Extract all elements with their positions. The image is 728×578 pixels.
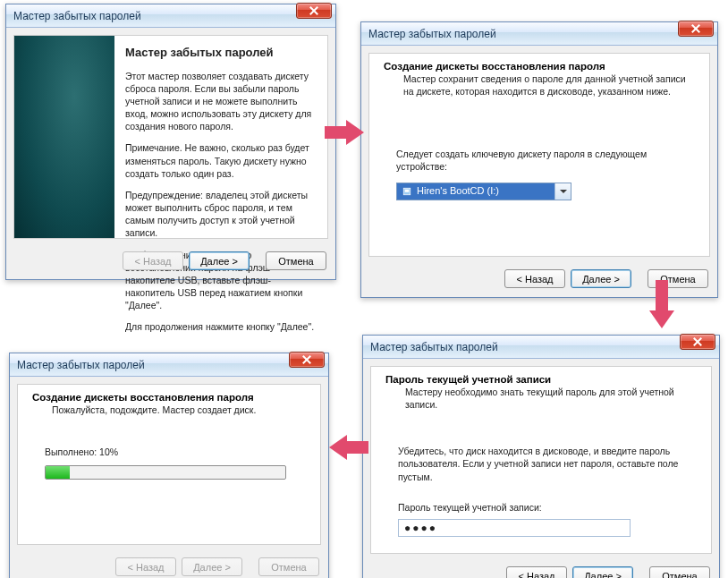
content-panel: Мастер забытых паролей Этот мастер позво… (13, 35, 328, 239)
intro-para-2: Примечание. Не важно, сколько раз будет … (125, 141, 317, 180)
panel-header: Создание дискеты восстановления пароля П… (18, 385, 320, 422)
content-panel: Пароль текущей учетной записи Мастеру не… (370, 366, 712, 554)
next-button: Далее > (182, 557, 242, 576)
titlebar[interactable]: Мастер забытых паролей (10, 353, 328, 377)
wizard-intro-text: Мастер забытых паролей Этот мастер позво… (114, 36, 327, 238)
content-panel: Создание дискеты восстановления пароля П… (17, 384, 321, 545)
close-button[interactable] (678, 21, 714, 37)
panel-header: Создание дискеты восстановления пароля М… (369, 54, 709, 103)
intro-para-3: Предупреждение: владелец этой дискеты мо… (125, 189, 317, 240)
cancel-button: Отмена (258, 557, 319, 576)
next-button[interactable]: Далее > (572, 566, 633, 578)
wizard-step-2: Мастер забытых паролей Создание дискеты … (360, 21, 718, 298)
panel-title: Создание дискеты восстановления пароля (32, 392, 306, 403)
wizard-side-image (14, 36, 114, 238)
dropdown-value: Hiren's BootCD (I:) (417, 184, 499, 198)
window-title: Мастер забытых паролей (13, 10, 332, 22)
password-value: ●●●● (404, 521, 437, 535)
panel-subtitle: Мастер сохранит сведения о пароле для да… (403, 73, 695, 98)
close-button[interactable] (680, 334, 715, 350)
wizard-step-1: Мастер забытых паролей Мастер забытых па… (5, 4, 336, 280)
panel-body: Убедитесь, что диск находится в дисковод… (371, 416, 711, 544)
wizard-step-4: Мастер забытых паролей Создание дискеты … (9, 353, 329, 578)
window-title: Мастер забытых паролей (370, 341, 715, 353)
button-row: < Назад Далее > Отмена (10, 552, 328, 578)
back-button: < Назад (123, 251, 183, 270)
password-label: Пароль текущей учетной записи: (398, 501, 684, 514)
titlebar[interactable]: Мастер забытых паролей (361, 22, 717, 46)
close-icon (691, 24, 700, 33)
wizard-step-3: Мастер забытых паролей Пароль текущей уч… (362, 335, 720, 578)
close-button[interactable] (296, 3, 332, 19)
panel-title: Пароль текущей учетной записи (385, 374, 697, 385)
panel-title: Создание дискеты восстановления пароля (384, 61, 695, 72)
window-title: Мастер забытых паролей (368, 28, 714, 40)
back-button[interactable]: < Назад (504, 269, 565, 288)
close-button[interactable] (289, 352, 325, 368)
back-button: < Назад (115, 557, 176, 576)
titlebar[interactable]: Мастер забытых паролей (363, 336, 719, 359)
cancel-button[interactable]: Отмена (649, 566, 710, 578)
panel-body: Следует создать ключевую дискету пароля … (369, 103, 709, 207)
panel-subtitle: Мастеру необходимо знать текущий пароль … (405, 387, 697, 411)
device-instruction: Следует создать ключевую дискету пароля … (396, 148, 682, 173)
svg-rect-1 (405, 189, 410, 191)
button-row: < Назад Далее > Отмена (363, 561, 719, 578)
window-title: Мастер забытых паролей (17, 359, 325, 371)
content-panel: Создание дискеты восстановления пароля М… (368, 53, 710, 257)
drive-icon (401, 185, 413, 198)
intro-para-5: Для продолжения нажмите кнопку "Далее". (125, 320, 317, 333)
cancel-button[interactable]: Отмена (266, 251, 326, 270)
progress-bar (45, 465, 286, 480)
password-input[interactable]: ●●●● (398, 519, 631, 537)
panel-header: Пароль текущей учетной записи Мастеру не… (371, 367, 711, 416)
device-dropdown[interactable]: Hiren's BootCD (I:) (396, 183, 571, 200)
titlebar[interactable]: Мастер забытых паролей (6, 4, 335, 28)
wizard-heading: Мастер забытых паролей (125, 45, 317, 61)
close-icon (309, 6, 318, 15)
password-instruction: Убедитесь, что диск находится в дисковод… (398, 445, 684, 483)
dropdown-selected: Hiren's BootCD (I:) (397, 183, 554, 200)
intro-para-1: Этот мастер позволяет создавать дискету … (125, 70, 317, 133)
next-button[interactable]: Далее > (189, 251, 250, 270)
panel-subtitle: Пожалуйста, подождите. Мастер создает ди… (52, 404, 306, 417)
progress-label: Выполнено: 10% (45, 446, 293, 458)
next-button[interactable]: Далее > (571, 269, 631, 288)
chevron-down-icon[interactable] (554, 183, 571, 200)
progress-bar-fill (46, 466, 70, 479)
close-icon (693, 337, 702, 346)
back-button[interactable]: < Назад (506, 566, 567, 578)
close-icon (302, 355, 311, 364)
panel-body: Выполнено: 10% (18, 422, 320, 487)
